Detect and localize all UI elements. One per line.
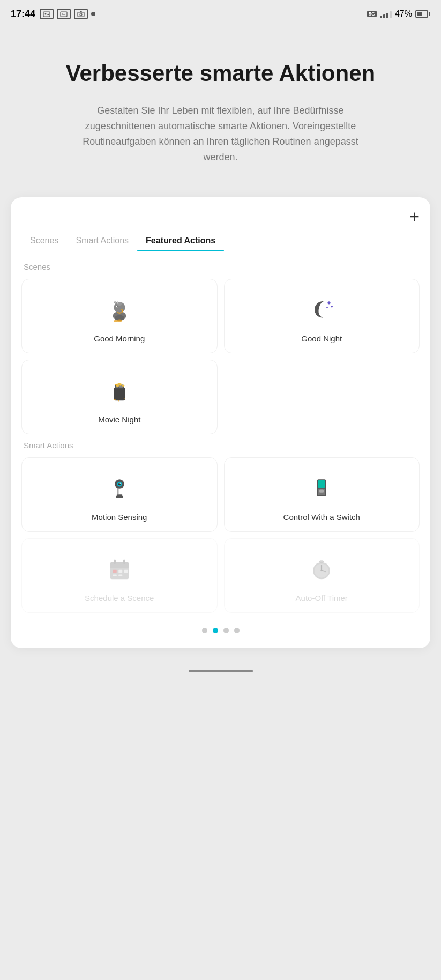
svg-point-27: [118, 400, 119, 402]
notification-dot: [91, 12, 95, 16]
screenshot-icon: [57, 9, 71, 19]
svg-point-26: [124, 398, 125, 399]
motion-sensing-icon: [102, 471, 137, 505]
fiveg-icon: 5G: [367, 11, 377, 17]
empty-cell: [224, 360, 420, 434]
status-bar: 17:44 5G 47%: [0, 0, 441, 28]
pagination-dot-3[interactable]: [223, 628, 229, 633]
scenes-section-label: Scenes: [21, 262, 420, 271]
svg-rect-0: [43, 12, 50, 17]
svg-point-25: [114, 399, 116, 400]
pagination-dot-4[interactable]: [234, 628, 240, 633]
good-morning-icon: [102, 292, 137, 326]
auto-off-timer-icon: [304, 552, 339, 586]
svg-point-1: [45, 13, 47, 15]
svg-rect-42: [114, 559, 116, 564]
svg-rect-36: [318, 480, 325, 488]
pagination-dot-1[interactable]: [202, 628, 207, 633]
battery-icon: [415, 10, 430, 18]
svg-rect-16: [114, 387, 125, 400]
scenes-grid: Good Morning Good Night: [21, 279, 420, 353]
time-display: 17:44: [11, 9, 35, 20]
svg-rect-38: [319, 489, 324, 492]
schedule-scene-card[interactable]: Schedule a Scence: [21, 538, 218, 613]
svg-rect-44: [113, 569, 117, 572]
bottom-bar: [0, 659, 441, 678]
good-night-label: Good Night: [301, 334, 342, 343]
motion-sensing-label: Motion Sensing: [92, 513, 147, 522]
smart-actions-grid-row2: Schedule a Scence Auto-Off: [21, 538, 420, 613]
motion-sensing-card[interactable]: Motion Sensing: [21, 457, 218, 532]
svg-rect-43: [123, 559, 125, 564]
svg-point-9: [117, 306, 118, 307]
movie-night-icon: [102, 373, 137, 407]
good-morning-label: Good Morning: [94, 334, 145, 343]
svg-rect-41: [110, 566, 129, 568]
svg-point-34: [119, 482, 121, 484]
svg-rect-29: [116, 496, 123, 498]
schedule-scene-icon: [102, 552, 137, 586]
svg-rect-28: [117, 494, 123, 496]
control-switch-card[interactable]: Control With a Switch: [224, 457, 420, 532]
status-right: 5G 47%: [367, 9, 430, 19]
good-night-card[interactable]: Good Night: [224, 279, 420, 353]
auto-off-timer-label: Auto-Off Timer: [296, 593, 348, 603]
svg-rect-56: [320, 560, 324, 562]
good-night-icon: [304, 292, 339, 326]
main-card: + Scenes Smart Actions Featured Actions …: [11, 197, 430, 648]
battery-percent: 47%: [395, 9, 412, 19]
movie-night-card[interactable]: Movie Night: [21, 360, 218, 434]
svg-rect-46: [124, 569, 128, 572]
status-icons: [40, 9, 95, 19]
smart-actions-section-label: Smart Actions: [21, 441, 420, 450]
scenes-section: Scenes: [21, 262, 420, 434]
tab-smart-actions[interactable]: Smart Actions: [67, 231, 137, 251]
schedule-scene-label: Schedule a Scence: [85, 593, 154, 603]
smart-actions-grid: Motion Sensing Control With a Switch: [21, 457, 420, 532]
good-morning-card[interactable]: Good Morning: [21, 279, 218, 353]
svg-point-11: [117, 319, 122, 322]
svg-rect-47: [113, 574, 117, 576]
scenes-grid-row2: Movie Night: [21, 360, 420, 434]
svg-point-12: [114, 320, 117, 322]
svg-point-4: [80, 13, 82, 16]
smart-actions-section: Smart Actions Motion Sensing: [21, 441, 420, 613]
svg-point-22: [122, 384, 124, 387]
svg-point-23: [115, 383, 117, 385]
photos-icon: [40, 9, 54, 19]
tab-featured-actions[interactable]: Featured Actions: [137, 231, 224, 251]
camera-icon: [74, 9, 88, 19]
hero-title: Verbesserte smarte Aktionen: [21, 60, 420, 87]
hero-section: Verbesserte smarte Aktionen Gestalten Si…: [0, 28, 441, 181]
pagination: [21, 619, 420, 637]
svg-point-15: [326, 307, 328, 308]
hero-subtitle: Gestalten Sie Ihr Leben mit flexiblen, a…: [65, 103, 376, 165]
svg-rect-48: [118, 574, 122, 576]
status-left: 17:44: [11, 9, 95, 20]
card-header: +: [21, 208, 420, 225]
svg-point-13: [328, 301, 331, 304]
control-switch-label: Control With a Switch: [283, 513, 360, 522]
add-button[interactable]: +: [409, 208, 420, 225]
svg-rect-3: [78, 12, 84, 17]
svg-rect-45: [118, 569, 122, 572]
control-switch-icon: [304, 471, 339, 505]
movie-night-label: Movie Night: [98, 415, 140, 424]
home-indicator[interactable]: [189, 670, 253, 672]
svg-point-14: [331, 306, 333, 308]
pagination-dot-2[interactable]: [213, 628, 218, 633]
tab-scenes[interactable]: Scenes: [21, 231, 67, 251]
signal-icon: [380, 10, 392, 18]
tabs-container: Scenes Smart Actions Featured Actions: [21, 231, 420, 251]
svg-point-24: [117, 383, 120, 385]
auto-off-timer-card[interactable]: Auto-Off Timer: [224, 538, 420, 613]
